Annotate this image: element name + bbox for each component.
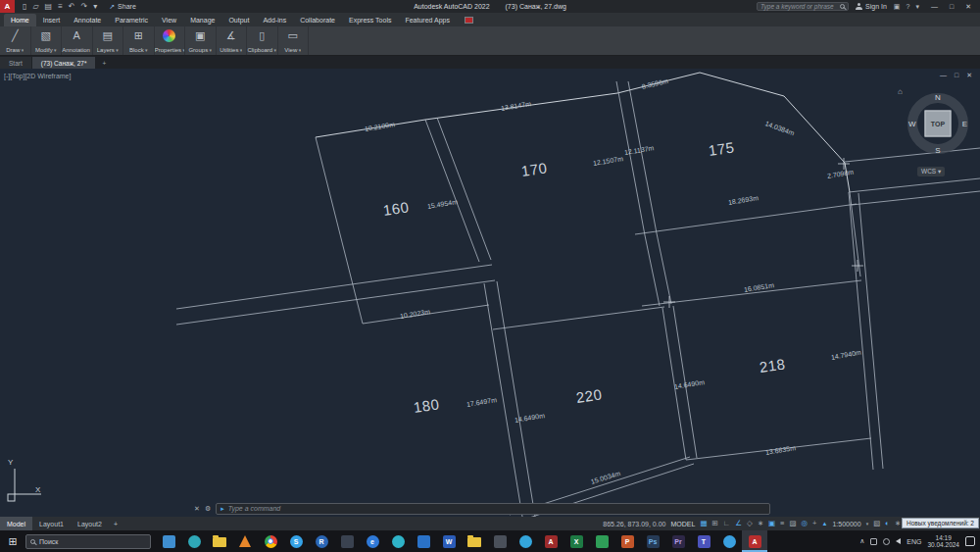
- ribbon-tab-home[interactable]: Home: [4, 14, 36, 26]
- viewport-controls-label[interactable]: [-][Top][2D Wireframe]: [4, 73, 71, 79]
- taskbar-app-premiere[interactable]: Pr: [665, 530, 691, 552]
- share-button[interactable]: ↗ Share: [109, 3, 136, 11]
- ribbon-panel-annotation[interactable]: AAnnotation: [62, 26, 93, 55]
- annotation-scale-sync-toggle-icon[interactable]: ∗: [895, 517, 901, 530]
- ribbon-panel-utilities[interactable]: ∡Utilities: [217, 26, 248, 55]
- ribbon-panel-clipboard[interactable]: ▯Clipboard: [247, 26, 278, 55]
- notification-center-icon[interactable]: [965, 536, 975, 546]
- taskbar-app-photoshop[interactable]: Ps: [640, 530, 665, 552]
- taskbar-app-r-app[interactable]: R: [309, 530, 334, 552]
- volume-icon[interactable]: [896, 538, 901, 544]
- lineweight-toggle-icon[interactable]: ≡: [780, 517, 784, 530]
- tray-icon-1[interactable]: [870, 538, 877, 545]
- ribbon-tab-view[interactable]: View: [155, 14, 183, 26]
- taskbar-app-ie[interactable]: e: [360, 530, 385, 552]
- ribbon-tab-add-ins[interactable]: Add-ins: [256, 14, 293, 26]
- file-tab-start[interactable]: Start: [0, 57, 31, 69]
- tray-chevron-icon[interactable]: ∧: [859, 537, 864, 545]
- model-space-toggle[interactable]: MODEL: [671, 521, 696, 527]
- viewcube-east[interactable]: E: [962, 120, 967, 128]
- taskbar-app-paint[interactable]: [385, 530, 411, 552]
- object-snap-toggle-icon[interactable]: ▣: [768, 517, 775, 530]
- taskbar-search-input[interactable]: Поиск: [25, 534, 151, 549]
- drawing-area[interactable]: 16017017518022021810.2109m13.8147m8.3596…: [0, 69, 980, 517]
- taskbar-app-edge[interactable]: [181, 530, 207, 552]
- layout-tab-model[interactable]: Model: [0, 517, 32, 530]
- minimize-button[interactable]: —: [926, 0, 943, 13]
- new-icon[interactable]: ▯: [23, 0, 26, 13]
- start-button[interactable]: ⊞: [0, 535, 25, 548]
- ribbon-panel-modify[interactable]: ▧Modify: [31, 26, 63, 55]
- open-icon[interactable]: ▱: [32, 0, 38, 13]
- viewcube-south[interactable]: S: [935, 146, 940, 155]
- undo-icon[interactable]: ↶: [69, 0, 75, 13]
- taskbar-app-powerpoint[interactable]: P: [614, 530, 640, 552]
- viewcube-west[interactable]: W: [908, 120, 916, 128]
- app-logo-button[interactable]: A: [0, 0, 15, 13]
- qat-more-icon[interactable]: ▾: [93, 0, 97, 13]
- redo-icon[interactable]: ↷: [81, 0, 88, 13]
- maximize-button[interactable]: □: [945, 0, 958, 13]
- taskbar-app-vlc[interactable]: [232, 530, 258, 552]
- wcs-dropdown[interactable]: WCS ▾: [917, 167, 945, 176]
- ribbon-panel-properties[interactable]: Properties: [155, 26, 186, 55]
- taskbar-app-defender[interactable]: [156, 530, 181, 552]
- taskbar-clock[interactable]: 14:19 30.04.2024: [927, 534, 959, 549]
- dynamic-input-toggle-icon[interactable]: +: [812, 517, 816, 530]
- scale-caret-icon[interactable]: ▾: [866, 521, 869, 527]
- taskbar-app-autocad[interactable]: A: [742, 530, 767, 552]
- help-icon[interactable]: ?: [906, 3, 909, 11]
- taskbar-app-calculator[interactable]: [487, 530, 513, 552]
- ribbon-panel-groups[interactable]: ▣Groups: [185, 26, 217, 55]
- new-drawing-tab-button[interactable]: +: [96, 57, 112, 69]
- viewcube[interactable]: ⌂ N S W E TOP: [905, 90, 971, 157]
- layout-tab-layout2[interactable]: Layout2: [71, 517, 109, 530]
- viewport-close-icon[interactable]: ✕: [966, 72, 972, 79]
- taskbar-app-teams[interactable]: T: [691, 530, 716, 552]
- taskbar-app-word[interactable]: W: [436, 530, 462, 552]
- viewport-restore-icon[interactable]: □: [955, 72, 958, 79]
- ribbon-tab-express-tools[interactable]: Express Tools: [342, 14, 398, 26]
- taskbar-app-folder[interactable]: [462, 530, 487, 552]
- taskbar-app-telegram[interactable]: [513, 530, 538, 552]
- taskbar-app-skype[interactable]: S: [283, 530, 309, 552]
- isodraft-toggle-icon[interactable]: ◇: [747, 517, 753, 530]
- app-store-icon[interactable]: ▣: [894, 3, 901, 11]
- help-search-input[interactable]: Type a keyword or phrase: [757, 2, 849, 11]
- ribbon-tab-featured-apps[interactable]: Featured Apps: [398, 14, 457, 26]
- selection-cycling-toggle-icon[interactable]: ◎: [802, 517, 808, 530]
- ribbon-panel-draw[interactable]: ╱Draw: [0, 26, 31, 55]
- grid-toggle-icon[interactable]: ▦: [700, 517, 707, 530]
- snap-toggle-icon[interactable]: ⊞: [712, 517, 718, 530]
- ribbon-tab-parametric[interactable]: Parametric: [108, 14, 155, 26]
- taskbar-app-chrome[interactable]: [258, 530, 283, 552]
- ribbon-tab-insert[interactable]: Insert: [36, 14, 68, 26]
- ribbon-options-icon[interactable]: [465, 17, 473, 24]
- taskbar-app-onedrive[interactable]: [716, 530, 742, 552]
- layout-tab-layout1[interactable]: Layout1: [32, 517, 71, 530]
- coordinates-readout[interactable]: 865.26, 873.09, 0.00: [603, 521, 665, 527]
- annotation-visibility-toggle-icon[interactable]: ▧: [873, 517, 880, 530]
- command-input[interactable]: ▸ Type a command: [216, 503, 770, 515]
- sign-in-button[interactable]: Sign In: [856, 3, 887, 10]
- help-more-icon[interactable]: ▾: [915, 3, 919, 11]
- ribbon-panel-layers[interactable]: ▤Layers: [93, 26, 124, 55]
- ribbon-tab-annotate[interactable]: Annotate: [67, 14, 108, 26]
- plot-icon[interactable]: ≡: [58, 0, 63, 13]
- ribbon-tab-collaborate[interactable]: Collaborate: [293, 14, 342, 26]
- command-tools-icon[interactable]: ⚙: [205, 505, 211, 513]
- ribbon-panel-view[interactable]: ▭View: [278, 26, 310, 55]
- taskbar-app-sheets[interactable]: [589, 530, 614, 552]
- ribbon-tab-output[interactable]: Output: [221, 14, 256, 26]
- object-snap-tracking-toggle-icon[interactable]: ∗: [758, 517, 763, 530]
- close-button[interactable]: ✕: [960, 0, 976, 13]
- file-tab--73-санаж-27-[interactable]: (73) Санаж, 27*: [32, 57, 96, 69]
- language-indicator[interactable]: ENG: [906, 538, 921, 545]
- annotation-scale-value[interactable]: 1:500000: [832, 521, 860, 527]
- command-close-icon[interactable]: ✕: [194, 505, 200, 513]
- save-icon[interactable]: ▤: [45, 0, 53, 13]
- viewcube-top-face[interactable]: TOP: [925, 111, 952, 137]
- polar-tracking-toggle-icon[interactable]: ∠: [735, 517, 742, 530]
- taskbar-app-autodesk[interactable]: A: [538, 530, 564, 552]
- ortho-toggle-icon[interactable]: ∟: [723, 517, 730, 530]
